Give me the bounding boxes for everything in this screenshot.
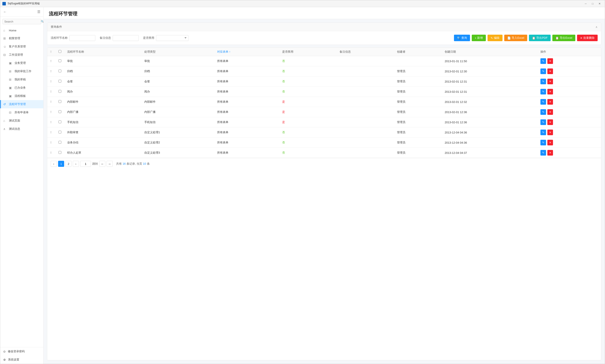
page-2-button[interactable]: 2	[65, 161, 72, 167]
edit-row-button-9[interactable]: ✎	[541, 150, 546, 156]
footer-item-changepwd[interactable]: ⊙ 修改登录密码	[0, 347, 43, 356]
cell-create-date-1: 2013-02-01 12:30	[442, 66, 538, 77]
sidebar-item-processmgr[interactable]: ↺ 流程环节管理	[0, 100, 43, 108]
close-button[interactable]: ✕	[597, 1, 603, 6]
export-excel-button[interactable]: 📋 导出Excel	[552, 35, 575, 41]
edit-row-button-5[interactable]: ✎	[541, 109, 546, 115]
menu-toggle-button[interactable]: ☰	[37, 10, 40, 14]
row-checkbox-1[interactable]	[59, 70, 61, 72]
batch-delete-button[interactable]: ✕ 批量删除	[577, 35, 598, 41]
cell-process-type-9: 自定义处理3	[142, 148, 215, 158]
cell-creator-6: 管理员	[394, 117, 442, 127]
field-name-input[interactable]	[69, 35, 95, 41]
back-button[interactable]: ←	[3, 10, 7, 14]
delete-row-button-8[interactable]: ✕	[547, 140, 553, 145]
delete-row-button-1[interactable]: ✕	[547, 68, 553, 74]
sidebar-item-crm-label: 客户关系管理	[9, 45, 26, 49]
table-row: ⠿ 内部邮件 内部邮件 所有表单 是 管理员 2013-02-01 12:32 …	[47, 97, 601, 107]
footer-item-settings[interactable]: ⚙ 系统设置	[0, 356, 43, 364]
collapse-icon[interactable]: ∧	[595, 25, 598, 29]
data-table: ⠿ 流程环节名称 处理类型 对应表单 ↑ 是否禁用 备注信息 创建者 创建日期 …	[47, 48, 601, 158]
jump-prev-button[interactable]: ‹‹	[99, 161, 105, 167]
sidebar-item-business[interactable]: ▣ 业务受理	[0, 59, 43, 67]
cell-process-type-5: 内部广播	[142, 107, 215, 117]
sidebar-item-testpage[interactable]: ⌂ 测试页面	[0, 117, 43, 125]
row-checkbox-3[interactable]	[59, 90, 61, 93]
add-button[interactable]: + 新增	[472, 35, 486, 41]
search-button[interactable]: 🔍 查询	[454, 35, 470, 41]
row-checkbox-9[interactable]	[59, 151, 61, 154]
delete-row-button-5[interactable]: ✕	[547, 109, 553, 115]
row-checkbox-2[interactable]	[59, 80, 61, 83]
maximize-button[interactable]: □	[590, 1, 596, 6]
next-page-button[interactable]: ›	[73, 161, 79, 167]
field-disabled-select[interactable]: 是 否	[156, 35, 189, 41]
delete-row-button-0[interactable]: ✕	[547, 58, 553, 64]
jump-input[interactable]	[80, 161, 91, 167]
minimize-button[interactable]: ─	[583, 1, 589, 6]
edit-button[interactable]: ✎ 编辑	[488, 35, 502, 41]
import-excel-button[interactable]: 📄 导入Excel	[504, 35, 527, 41]
col-actions: 操作	[538, 48, 601, 56]
batch-delete-icon: ✕	[580, 36, 582, 40]
sidebar-item-done[interactable]: ▣ 已办业务	[0, 84, 43, 92]
edit-row-button-7[interactable]: ✎	[541, 130, 546, 135]
edit-row-button-0[interactable]: ✎	[541, 58, 546, 64]
cell-create-date-0: 2013-01-31 11:50	[442, 56, 538, 66]
select-all-checkbox[interactable]	[59, 50, 61, 53]
search-box[interactable]: 🔍	[2, 19, 41, 24]
cell-table-match-0: 所有表单	[215, 56, 280, 66]
cell-actions-6: ✎ ✕	[538, 117, 601, 127]
edit-row-button-6[interactable]: ✎	[541, 119, 546, 125]
edit-row-button-4[interactable]: ✎	[541, 99, 546, 105]
cell-process-type-2: 会签	[142, 77, 215, 87]
cell-is-disabled-8: 否	[280, 138, 337, 148]
table-row: ⠿ 手机短信 手机短信 所有表单 是 管理员 2013-02-01 12:36 …	[47, 117, 601, 127]
jump-next-button[interactable]: ››	[107, 161, 113, 167]
delete-row-button-4[interactable]: ✕	[547, 99, 553, 105]
row-checkbox-6[interactable]	[59, 120, 61, 123]
sidebar-item-home[interactable]: ⌂ Home	[0, 26, 43, 34]
main-area: 流程环节管理 查询条件 ∧ 流程环节名称 备注信息	[44, 7, 605, 364]
edit-row-button-8[interactable]: ✎	[541, 140, 546, 145]
cell-drag-6: ⠿	[47, 117, 56, 127]
sidebar-item-mydraft[interactable]: ⊞ 我的草稿	[0, 75, 43, 84]
sidebar-item-workflow[interactable]: ⊟ 工作流管理	[0, 51, 43, 59]
export-pdf-button[interactable]: 📋 导出PDF	[529, 35, 551, 41]
cell-create-date-2: 2013-02-01 12:31	[442, 77, 538, 87]
delete-row-button-9[interactable]: ✕	[547, 150, 553, 156]
sidebar-item-testinfo[interactable]: ∧ 测试信息	[0, 125, 43, 133]
row-checkbox-5[interactable]	[59, 110, 61, 113]
delete-row-button-7[interactable]: ✕	[547, 130, 553, 135]
edit-row-button-3[interactable]: ✎	[541, 89, 546, 94]
row-checkbox-0[interactable]	[59, 59, 61, 62]
field-remark-group: 备注信息	[100, 35, 139, 41]
edit-row-button-2[interactable]: ✎	[541, 79, 546, 84]
sidebar-item-crm[interactable]: ☺ 客户关系管理	[0, 42, 43, 51]
edit-row-button-1[interactable]: ✎	[541, 68, 546, 74]
search-input[interactable]	[4, 20, 41, 23]
row-checkbox-4[interactable]	[59, 100, 61, 103]
row-checkbox-7[interactable]	[59, 131, 61, 133]
cell-checkbox-3	[56, 87, 64, 97]
changepwd-icon: ⊙	[3, 350, 6, 353]
col-remark: 备注信息	[337, 48, 394, 56]
field-remark-input[interactable]	[113, 35, 139, 41]
col-table-match[interactable]: 对应表单 ↑	[215, 48, 280, 56]
testpage-icon: ⌂	[3, 119, 7, 122]
cell-checkbox-1	[56, 66, 64, 77]
sidebar-item-auth[interactable]: ⊞ 权限管理	[0, 34, 43, 42]
delete-row-button-2[interactable]: ✕	[547, 79, 553, 84]
row-checkbox-8[interactable]	[59, 141, 61, 144]
delete-row-button-6[interactable]: ✕	[547, 119, 553, 125]
table-row: ⠿ 内部广播 内部广播 所有表单 是 管理员 2013-02-01 12:36 …	[47, 107, 601, 117]
delete-row-button-3[interactable]: ✕	[547, 89, 553, 94]
sidebar-item-myapproval[interactable]: ⊞ 我的审批工作	[0, 67, 43, 75]
sidebar-item-allapply[interactable]: ⊟ 所有申请单	[0, 108, 43, 117]
myapproval-icon: ⊞	[9, 70, 12, 73]
workflow-icon: ⊟	[3, 53, 7, 57]
prev-page-button[interactable]: ‹	[51, 161, 57, 167]
page-1-button[interactable]: 1	[58, 161, 64, 167]
query-panel: 查询条件 ∧ 流程环节名称 备注信息 是否禁用	[47, 23, 601, 45]
sidebar-item-template[interactable]: ▣ 流程模板	[0, 92, 43, 100]
